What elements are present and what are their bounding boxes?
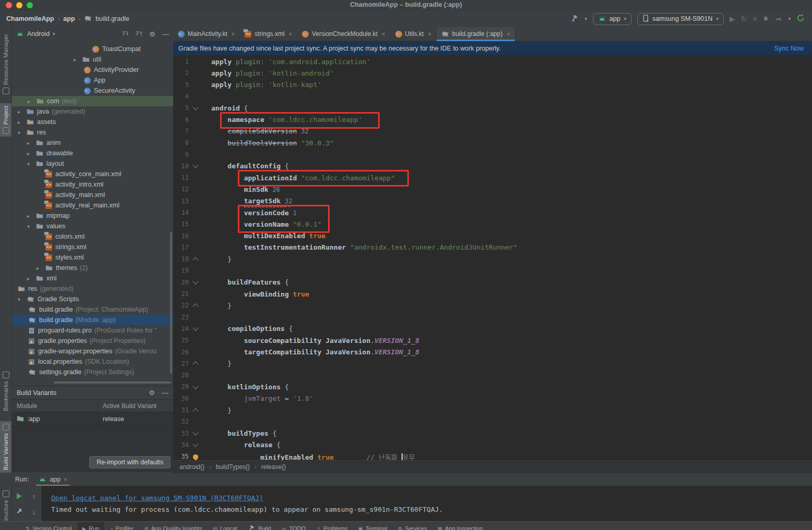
- code-editor[interactable]: 1apply plugin: 'com.android.application'…: [173, 55, 812, 462]
- settings-gear-icon[interactable]: ⚙: [149, 30, 155, 38]
- select-opened-file-button[interactable]: [122, 30, 129, 38]
- fold-marker-icon[interactable]: [192, 441, 198, 447]
- editor-tab-strings.xml[interactable]: <>strings.xml×: [240, 27, 297, 41]
- breadcrumb-buildTypes[interactable]: buildTypes{}: [216, 463, 250, 471]
- tree-item-activityprovider[interactable]: ActivityProvider: [12, 65, 173, 75]
- code-line-22[interactable]: 22 }: [173, 300, 812, 311]
- breadcrumb-module[interactable]: app: [63, 15, 75, 22]
- tree-item-activity-real-main.xml[interactable]: <>activity_real_main.xml: [12, 200, 173, 211]
- close-tab-icon[interactable]: ×: [382, 31, 385, 37]
- tool-button-bookmarks[interactable]: Bookmarks: [0, 369, 11, 414]
- tool-window-button-terminal[interactable]: ▣Terminal: [354, 522, 392, 530]
- tree-item-anim[interactable]: ▸anim: [12, 138, 173, 148]
- code-line-12[interactable]: 12 minSdk 26: [173, 183, 812, 195]
- breadcrumb-project[interactable]: ChamomileApp: [6, 15, 54, 22]
- tool-window-button-app-quality-insights[interactable]: ⊕App Quality Insights: [139, 522, 207, 530]
- tree-item-activity-intro.xml[interactable]: <>activity_intro.xml: [12, 179, 173, 190]
- project-view-select[interactable]: Android: [27, 30, 50, 38]
- run-tab-app[interactable]: app ×: [35, 473, 70, 486]
- tree-item-colors.xml[interactable]: <>colors.xml: [12, 231, 173, 242]
- chevron-down-icon[interactable]: ▾: [27, 161, 36, 167]
- tree-item-themes[interactable]: ▸themes(2): [12, 263, 173, 273]
- chevron-right-icon[interactable]: ▸: [18, 119, 27, 125]
- fold-marker-icon[interactable]: [192, 279, 198, 285]
- tree-item-toastcompat[interactable]: ToastCompat: [12, 44, 173, 54]
- chevron-right-icon[interactable]: ▸: [27, 276, 36, 281]
- chevron-down-icon[interactable]: ▾: [53, 31, 55, 36]
- fold-marker-icon[interactable]: [192, 303, 198, 309]
- fold-marker-icon[interactable]: [192, 257, 198, 263]
- tool-button-build-variants[interactable]: Build Variants: [0, 421, 11, 473]
- tree-item-styles.xml[interactable]: <>styles.xml: [12, 252, 173, 263]
- close-tab-icon[interactable]: ×: [507, 31, 510, 37]
- tool-window-button-build[interactable]: Build: [243, 522, 275, 530]
- code-line-20[interactable]: 20 buildFeatures {: [173, 277, 812, 288]
- device-select[interactable]: samsung SM-S901N ▾: [637, 13, 724, 25]
- fold-marker-icon[interactable]: [192, 325, 198, 331]
- tree-item-local.properties[interactable]: local.properties(SDK Location): [12, 356, 173, 367]
- close-tab-icon[interactable]: ×: [428, 31, 431, 37]
- code-line-27[interactable]: 27 }: [173, 358, 812, 369]
- tree-item-build.gradle[interactable]: build.gradle(Project: ChamomileApp): [12, 304, 173, 315]
- code-line-24[interactable]: 24 compileOptions {: [173, 323, 812, 335]
- tool-window-button-logcat[interactable]: ▤Logcat: [208, 522, 242, 530]
- fold-marker-icon[interactable]: [192, 429, 198, 435]
- breadcrumb-file[interactable]: build.gradle: [95, 15, 129, 22]
- tree-item-settings.gradle[interactable]: settings.gradle(Project Settings): [12, 367, 173, 377]
- chevron-right-icon[interactable]: ▸: [18, 109, 27, 115]
- chevron-down-icon[interactable]: ▾: [585, 16, 587, 21]
- code-line-11[interactable]: 11 applicationId "com.ldcc.chamomileapp": [173, 172, 812, 183]
- chevron-right-icon[interactable]: ▸: [74, 57, 82, 63]
- code-line-13[interactable]: 13 targetSdk 32: [173, 195, 812, 207]
- close-tab-icon[interactable]: ×: [232, 31, 235, 37]
- code-line-25[interactable]: 25 sourceCompatibility JavaVersion.VERSI…: [173, 335, 812, 346]
- code-line-2[interactable]: 2apply plugin: 'kotlin-android': [173, 67, 812, 79]
- sync-now-link[interactable]: Sync Now: [774, 45, 804, 52]
- collapse-all-button[interactable]: [136, 30, 142, 38]
- code-line-8[interactable]: 8 buildToolsVersion "30.0.3": [173, 137, 812, 149]
- tree-item-activity-main.xml[interactable]: <>activity_main.xml: [12, 190, 173, 200]
- tree-item-res[interactable]: res(generated): [12, 284, 173, 294]
- tool-window-button-profiler[interactable]: ◔Profiler: [105, 522, 139, 530]
- hide-panel-icon[interactable]: —: [162, 389, 168, 397]
- run-settings-button[interactable]: [16, 508, 23, 516]
- tree-item-strings.xml[interactable]: <>strings.xml: [12, 242, 173, 252]
- fold-marker-icon[interactable]: [192, 163, 198, 168]
- fold-marker-icon[interactable]: [192, 362, 198, 367]
- code-line-17[interactable]: 17 testInstrumentationRunner "androidx.t…: [173, 242, 812, 253]
- editor-tab-build.gradle-app-[interactable]: build.gradle (:app)×: [437, 27, 515, 41]
- tree-item-activity-core-main.xml[interactable]: <>activity_core_main.xml: [12, 169, 173, 179]
- close-tab-icon[interactable]: ×: [64, 476, 67, 483]
- reimport-defaults-button[interactable]: Re-import with defaults: [89, 456, 171, 469]
- breadcrumb-android[interactable]: android{}: [179, 463, 204, 471]
- tool-window-button-services[interactable]: ⚙Services: [393, 522, 432, 530]
- tool-window-button-run[interactable]: ▶Run: [78, 522, 104, 530]
- fold-marker-icon[interactable]: [192, 104, 198, 110]
- tool-window-button-app-inspection[interactable]: ▦App Inspection: [433, 522, 488, 530]
- fold-marker-icon[interactable]: [192, 408, 198, 414]
- chevron-right-icon[interactable]: ▸: [27, 140, 36, 146]
- tree-item-secureactivity[interactable]: SecureActivity: [12, 85, 173, 96]
- settings-gear-icon[interactable]: ⚙: [149, 389, 155, 397]
- code-line-34[interactable]: 34 release {: [173, 439, 812, 451]
- code-line-18[interactable]: 18 }: [173, 253, 812, 265]
- code-line-14[interactable]: 14 versionCode 1: [173, 207, 812, 218]
- code-line-7[interactable]: 7 compileSdkVersion 32: [173, 126, 812, 137]
- chevron-right-icon[interactable]: ▸: [37, 265, 45, 271]
- active-variant-value[interactable]: release: [98, 412, 173, 426]
- tool-window-button-version-control[interactable]: ⇅Version Control: [21, 522, 77, 530]
- tree-item-res[interactable]: ▾res: [12, 127, 173, 138]
- code-line-29[interactable]: 29 kotlinOptions {: [173, 381, 812, 392]
- tree-item-build.gradle[interactable]: build.gradle(Module :app): [12, 315, 173, 325]
- tree-item-gradle-scripts[interactable]: ▾Gradle Scripts: [12, 294, 173, 304]
- chevron-down-icon[interactable]: ▾: [18, 130, 27, 135]
- chevron-right-icon[interactable]: ▸: [28, 98, 37, 104]
- tree-item-assets[interactable]: ▸assets: [12, 117, 173, 127]
- tree-item-java[interactable]: ▸java(generated): [12, 106, 173, 117]
- code-line-1[interactable]: 1apply plugin: 'com.android.application': [173, 56, 812, 67]
- tree-item-gradle.properties[interactable]: gradle.properties(Project Properties): [12, 336, 173, 346]
- scroll-down-icon[interactable]: ↓: [32, 508, 36, 516]
- tree-item-com[interactable]: ▸com(test): [12, 96, 173, 106]
- open-logcat-link[interactable]: Open logcat panel for samsung SM-S901N (…: [51, 494, 263, 502]
- rerun-button[interactable]: [17, 493, 22, 499]
